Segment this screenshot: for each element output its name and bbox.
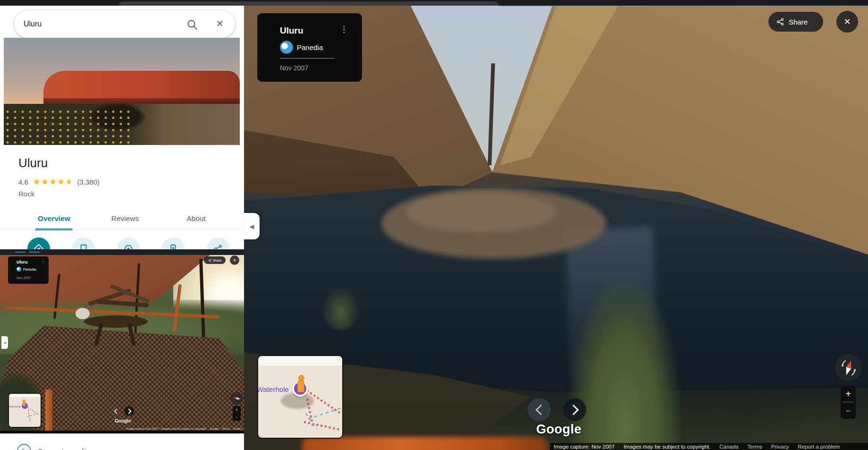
- zoom-divider: [843, 402, 853, 402]
- browser-tab-top: [119, 1, 498, 6]
- tab-overview[interactable]: Overview: [18, 208, 90, 229]
- minimap-top-band: [258, 356, 342, 365]
- preview-zoom-control: + −: [233, 406, 241, 421]
- report-problem-link[interactable]: Report a problem: [798, 444, 840, 450]
- card-divider: [280, 58, 334, 59]
- bench-seat: [84, 315, 148, 328]
- zoom-in-button[interactable]: +: [233, 407, 241, 413]
- preview-card-date: Nov 2007: [17, 276, 31, 280]
- star-icon: ★: [49, 177, 57, 187]
- preview-window-top-bar: [0, 249, 244, 255]
- photo-flowers: [4, 109, 134, 145]
- bench-cloth: [76, 308, 90, 319]
- pegman-body: [297, 380, 304, 392]
- panedia-avatar: [280, 41, 293, 54]
- railing-post: [45, 390, 52, 431]
- share-icon: [208, 259, 211, 262]
- place-hero-photo[interactable]: [4, 38, 240, 145]
- share-label: Share: [789, 18, 808, 26]
- image-capture-date: Image capture: Nov 2007: [554, 444, 615, 450]
- preview-collapse-button[interactable]: ◀: [1, 336, 8, 349]
- preview-bottom-strip: [0, 431, 244, 433]
- card-date: Nov 2007: [280, 64, 308, 72]
- tab-reviews[interactable]: Reviews: [90, 208, 161, 229]
- pano-top-line: [501, 6, 868, 7]
- preview-minimap[interactable]: Waterhole: [8, 393, 42, 428]
- google-watermark: Google: [536, 422, 581, 437]
- pegman[interactable]: [23, 399, 25, 406]
- tab-about[interactable]: About: [160, 208, 232, 229]
- star-icon: ★: [57, 177, 65, 187]
- preview-card-author: Panedia: [23, 267, 36, 272]
- chevron-right-icon: [126, 408, 131, 414]
- top-bar-dash: [15, 252, 25, 253]
- google-maps-street-view-app: Uluru ⋮ Panedia Nov 2007 Share ✕ Waterho…: [0, 0, 868, 450]
- search-input[interactable]: Uluru: [24, 20, 235, 28]
- zoom-out-button[interactable]: −: [841, 403, 856, 419]
- overflow-menu-icon[interactable]: ⋮: [340, 25, 348, 34]
- preview-navigate-back[interactable]: [113, 408, 120, 415]
- star-rating[interactable]: ★ ★ ★ ★ ★ ★: [33, 177, 74, 187]
- close-street-view-button[interactable]: ✕: [836, 11, 858, 33]
- star-icon: ★: [41, 177, 49, 187]
- preview-close-button[interactable]: ✕: [230, 255, 239, 265]
- chevron-left-icon: [535, 404, 546, 415]
- preview-attribution: Image capture: Nov 2007 Images may be su…: [126, 427, 242, 430]
- card-author[interactable]: Panedia: [297, 43, 323, 51]
- share-icon: [776, 17, 784, 26]
- terms-link[interactable]: Terms: [748, 444, 762, 450]
- card-title: Uluru: [280, 25, 303, 36]
- privacy-link[interactable]: Privacy: [771, 444, 789, 450]
- preview-share-button[interactable]: Share: [204, 256, 226, 264]
- top-bar-dash: [29, 252, 40, 253]
- panedia-avatar: [17, 267, 21, 272]
- navigate-back-button[interactable]: [528, 398, 551, 421]
- street-view-preview-window[interactable]: Uluru ⋮ Panedia Nov 2007 Share ✕ ◀ W: [0, 249, 244, 433]
- close-icon: ✕: [843, 17, 851, 27]
- chevron-right-icon: [568, 404, 579, 415]
- review-count[interactable]: (3,380): [77, 178, 100, 186]
- preview-info-card: Uluru ⋮ Panedia Nov 2007: [8, 256, 49, 284]
- minimap-place-label: Waterhole: [257, 385, 289, 393]
- copyright-notice: Images may be subject to copyright.: [624, 444, 710, 450]
- suggest-edit-label: Suggest an edit: [38, 447, 87, 450]
- minimap[interactable]: Waterhole: [257, 355, 343, 439]
- preview-google-watermark: Google: [115, 418, 131, 424]
- browser-top-strip: [0, 0, 868, 6]
- overflow-menu-icon[interactable]: ⋮: [41, 259, 45, 263]
- pano-weed: [322, 286, 359, 330]
- collapse-icon: ◀: [250, 223, 254, 230]
- collapse-panel-button[interactable]: ◀: [244, 213, 260, 239]
- preview-compass[interactable]: [230, 392, 243, 405]
- collapse-icon: ◀: [4, 341, 6, 344]
- region-link[interactable]: Canada: [719, 444, 738, 450]
- rating-value: 4.6: [18, 178, 28, 186]
- star-half-icon: ★ ★: [65, 177, 73, 187]
- zoom-in-button[interactable]: +: [841, 386, 856, 402]
- navigate-forward-button[interactable]: [563, 398, 586, 421]
- tab-bar: Overview Reviews About: [18, 208, 232, 229]
- share-button[interactable]: Share: [768, 12, 823, 32]
- trail-path-teal: [308, 408, 341, 420]
- tab-divider: [0, 229, 244, 230]
- place-title: Uluru: [18, 156, 48, 170]
- place-category: Rock: [18, 190, 34, 198]
- preview-navigate-forward[interactable]: [124, 406, 134, 416]
- zoom-out-button[interactable]: −: [233, 414, 241, 420]
- zoom-control: + −: [841, 386, 856, 419]
- search-icon[interactable]: [186, 18, 198, 31]
- preview-minimap-label: Waterhole: [8, 405, 21, 408]
- trail-path-red: [303, 421, 341, 431]
- search-box[interactable]: Uluru ✕: [14, 10, 235, 38]
- suggest-edit-row[interactable]: ✎ Suggest an edit: [17, 444, 87, 450]
- star-icon: ★: [33, 177, 41, 187]
- compass-control[interactable]: [835, 354, 862, 381]
- minimap-top-band: [9, 394, 41, 397]
- pano-grass-tuft: [568, 281, 681, 450]
- rating-row: 4.6 ★ ★ ★ ★ ★ ★ (3,380): [18, 177, 100, 187]
- compass-icon: [835, 355, 861, 381]
- pegman[interactable]: [297, 375, 304, 395]
- preview-card-title: Uluru: [17, 260, 28, 264]
- clear-search-icon[interactable]: ✕: [216, 18, 224, 29]
- pencil-icon: ✎: [17, 444, 31, 450]
